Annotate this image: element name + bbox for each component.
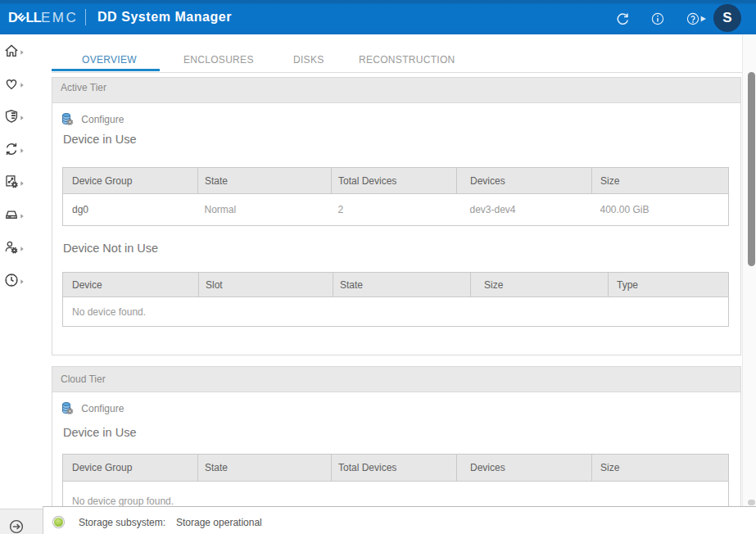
svg-text:LL: LL xyxy=(26,11,42,25)
svg-text:EMC: EMC xyxy=(41,11,78,25)
svg-text:D: D xyxy=(8,11,18,25)
